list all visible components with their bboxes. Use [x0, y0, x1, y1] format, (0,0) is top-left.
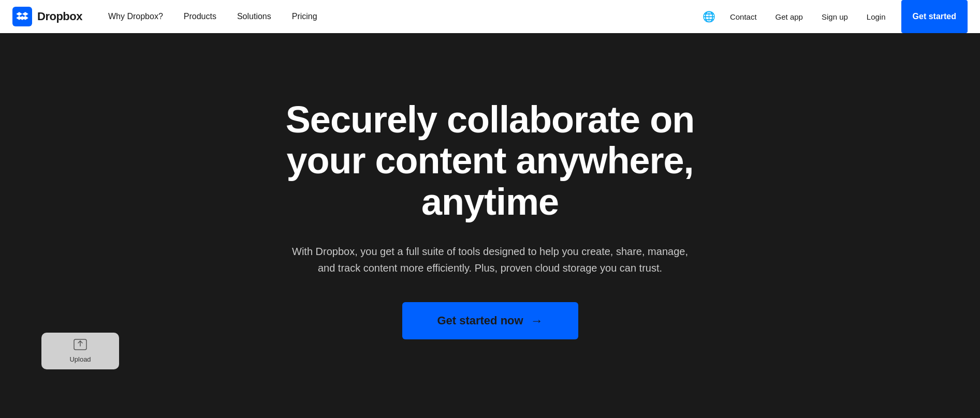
upload-widget[interactable]: Upload	[41, 333, 119, 369]
dropbox-logo-icon	[12, 7, 32, 26]
sign-up-link[interactable]: Sign up	[814, 8, 855, 25]
hero-subtitle: With Dropbox, you get a full suite of to…	[288, 243, 692, 276]
hero-cta-label: Get started now	[437, 314, 523, 327]
contact-link[interactable]: Contact	[723, 8, 764, 25]
hero-cta-button[interactable]: Get started now →	[402, 302, 578, 339]
get-app-link[interactable]: Get app	[768, 8, 810, 25]
login-link[interactable]: Login	[859, 8, 893, 25]
brand-name: Dropbox	[37, 10, 82, 23]
nav-pricing[interactable]: Pricing	[283, 8, 327, 25]
hero-cta-arrow-icon: →	[531, 314, 543, 328]
nav-solutions[interactable]: Solutions	[228, 8, 281, 25]
navbar: Dropbox Why Dropbox? Products Solutions …	[0, 0, 980, 33]
upload-icon	[74, 339, 87, 353]
upload-label: Upload	[69, 355, 91, 363]
hero-title: Securely collaborate on your content any…	[257, 99, 723, 222]
logo-area[interactable]: Dropbox	[12, 7, 82, 26]
language-selector-button[interactable]: 🌐	[700, 7, 719, 26]
navbar-right: 🌐 Contact Get app Sign up Login Get star…	[700, 0, 968, 33]
main-nav: Why Dropbox? Products Solutions Pricing	[99, 8, 700, 25]
nav-why-dropbox[interactable]: Why Dropbox?	[99, 8, 172, 25]
nav-products[interactable]: Products	[174, 8, 226, 25]
hero-section: Securely collaborate on your content any…	[0, 33, 980, 385]
get-started-nav-button[interactable]: Get started	[901, 0, 968, 33]
globe-icon: 🌐	[703, 10, 715, 23]
